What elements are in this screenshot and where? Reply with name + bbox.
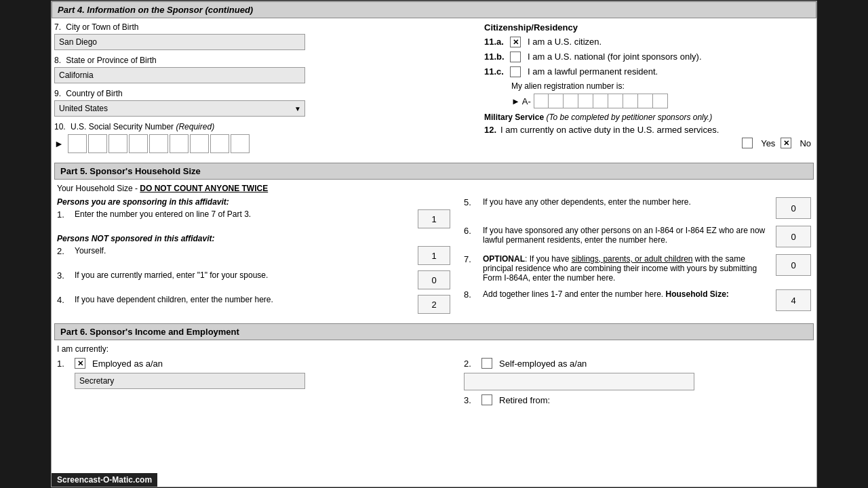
p5-val-6[interactable]: 0 xyxy=(776,226,811,247)
cit-11b-label: 11.b. xyxy=(484,52,506,62)
p5-val-8[interactable]: 4 xyxy=(776,289,811,311)
household-size-intro: Your Household Size - DO NOT COUNT ANYON… xyxy=(57,184,811,193)
employed-input[interactable] xyxy=(75,373,305,389)
ssn-box-8[interactable] xyxy=(210,134,229,153)
military-section: Military Service (To be completed by pet… xyxy=(484,113,811,148)
cit-11c-text: I am a lawful permanent resident. xyxy=(528,66,658,77)
city-input[interactable] xyxy=(54,34,305,50)
ssn-row: ► xyxy=(54,134,475,153)
field10-row: 10. U.S. Social Security Number (Require… xyxy=(54,122,475,153)
country-select-wrapper: United States xyxy=(54,100,305,117)
p5-val-7[interactable]: 0 xyxy=(776,254,811,276)
p5-val-2[interactable]: 1 xyxy=(418,246,450,265)
p5-item-3: 3. If you are currently married, enter "… xyxy=(57,270,450,289)
alien-box-1[interactable] xyxy=(534,94,549,108)
employed-checkbox[interactable]: ✕ xyxy=(75,358,85,369)
alien-box-5[interactable] xyxy=(593,94,608,108)
part5-header: Part 5. Sponsor's Household Size xyxy=(54,163,814,180)
alien-boxes xyxy=(534,94,668,108)
yes-label: Yes xyxy=(761,138,775,148)
screencast-badge: Screencast-O-Matic.com xyxy=(52,473,157,487)
part4-header: Part 4. Information on the Sponsor (cont… xyxy=(52,1,816,18)
p5-item-5: 5. If you have any other dependents, ent… xyxy=(464,197,811,219)
alien-box-4[interactable] xyxy=(578,94,593,108)
ssn-box-1[interactable] xyxy=(68,134,87,153)
cit-11c-checkbox[interactable] xyxy=(510,66,521,77)
currently-label: I am currently: xyxy=(57,344,811,354)
cit-11a-row: 11.a. ✕ I am a U.S. citizen. xyxy=(484,37,811,47)
household-intro-text: Your Household Size - xyxy=(57,184,138,193)
military-text: I am currently on active duty in the U.S… xyxy=(500,125,719,135)
no-label: No xyxy=(800,138,811,148)
self-employed-input-row xyxy=(464,373,811,390)
p6-item-3: 3. Retired from: xyxy=(464,394,811,405)
p5-item-6: 6. If you have sponsored any other perso… xyxy=(464,226,811,247)
p6-num-1: 1. xyxy=(57,359,71,369)
alien-box-9[interactable] xyxy=(653,94,668,108)
alien-box-3[interactable] xyxy=(564,94,578,108)
military-yes-checkbox[interactable] xyxy=(742,138,753,148)
military-yn-row: Yes ✕ No xyxy=(484,138,811,148)
cit-11b-text: I am a U.S. national (for joint sponsors… xyxy=(528,52,702,62)
employed-input-row xyxy=(57,373,450,389)
ssn-box-6[interactable] xyxy=(170,134,189,153)
state-input[interactable] xyxy=(54,67,305,83)
p6-num-2: 2. xyxy=(464,359,477,369)
ssn-box-9[interactable] xyxy=(231,134,250,153)
do-not-count-text: DO NOT COUNT ANYONE TWICE xyxy=(140,184,268,193)
city-label: City or Town of Birth xyxy=(66,22,138,32)
ssn-required: (Required) xyxy=(176,122,214,131)
cit-11a-text: I am a U.S. citizen. xyxy=(528,37,601,47)
cit-11b-checkbox[interactable] xyxy=(510,52,521,62)
country-label: Country of Birth xyxy=(66,89,122,98)
field9-num: 9. xyxy=(54,89,61,98)
alien-box-8[interactable] xyxy=(638,94,653,108)
cit-11c-label: 11.c. xyxy=(484,66,506,77)
ssn-box-7[interactable] xyxy=(190,134,209,153)
self-employed-label: Self-employed as a/an xyxy=(499,359,587,369)
alien-box-6[interactable] xyxy=(608,94,623,108)
field12-num: 12. xyxy=(484,125,496,135)
field8-num: 8. xyxy=(54,56,61,65)
cit-11b-row: 11.b. I am a U.S. national (for joint sp… xyxy=(484,52,811,62)
field10-num: 10. xyxy=(54,122,66,131)
alien-box-7[interactable] xyxy=(623,94,638,108)
alien-box-2[interactable] xyxy=(549,94,564,108)
p5-val-1[interactable]: 1 xyxy=(418,209,450,228)
field7-row: 7. City or Town of Birth xyxy=(54,22,475,50)
cit-11a-label: 11.a. xyxy=(484,37,506,47)
citizenship-header: Citizenship/Residency xyxy=(484,22,811,33)
part5-header-text: Part 5. Sponsor's Household Size xyxy=(60,166,201,176)
ssn-box-4[interactable] xyxy=(129,134,148,153)
state-label: State or Province of Birth xyxy=(66,56,156,65)
part6-header-text: Part 6. Sponsor's Income and Employment xyxy=(60,327,239,337)
ssn-box-3[interactable] xyxy=(108,134,127,153)
persons-sponsoring-label: Persons you are sponsoring in this affid… xyxy=(57,197,450,207)
p5-val-3[interactable]: 0 xyxy=(418,270,450,289)
cit-11c-row: 11.c. I am a lawful permanent resident. xyxy=(484,66,811,77)
country-select[interactable]: United States xyxy=(54,100,305,117)
field8-row: 8. State or Province of Birth xyxy=(54,56,475,83)
ssn-box-5[interactable] xyxy=(149,134,168,153)
ssn-arrow: ► xyxy=(54,138,64,149)
ssn-boxes xyxy=(68,134,250,153)
field9-row: 9. Country of Birth United States xyxy=(54,89,475,117)
p5-item-7: 7. OPTIONAL: If you have siblings, paren… xyxy=(464,254,811,283)
p5-val-4[interactable]: 2 xyxy=(418,295,450,314)
alien-row: ► A- xyxy=(511,94,811,108)
p5-val-5[interactable]: 0 xyxy=(776,197,811,219)
p5-item-4: 4. If you have dependent children, enter… xyxy=(57,295,450,314)
ssn-label: U.S. Social Security Number xyxy=(71,122,174,131)
ssn-box-2[interactable] xyxy=(88,134,107,153)
self-employed-input[interactable] xyxy=(464,373,694,390)
field7-num: 7. xyxy=(54,22,61,32)
p5-item-2: 2. Yourself. 1 xyxy=(57,246,450,265)
form-container: Part 4. Information on the Sponsor (cont… xyxy=(51,1,817,487)
self-employed-checkbox[interactable] xyxy=(481,358,492,369)
retired-checkbox[interactable] xyxy=(481,394,492,405)
employed-label: Employed as a/an xyxy=(92,359,163,369)
p5-item-1: 1. Enter the number you entered on line … xyxy=(57,209,450,228)
cit-11a-checkbox[interactable]: ✕ xyxy=(510,37,521,47)
part4-header-text: Part 4. Information on the Sponsor (cont… xyxy=(58,5,253,15)
military-no-checkbox[interactable]: ✕ xyxy=(781,138,791,148)
